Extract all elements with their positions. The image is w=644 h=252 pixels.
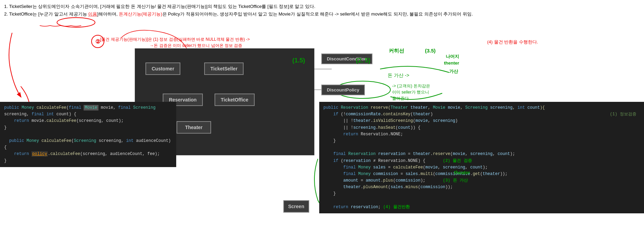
code-left-block: public Money calculateFee(final Movie mo… xyxy=(0,102,176,167)
code-left-line2: return movie.calculateFee(screening, cou… xyxy=(4,118,172,124)
svg-text:②: ② xyxy=(95,39,100,45)
hw-가산-label: 가산 xyxy=(449,68,458,75)
svg-point-1 xyxy=(92,35,104,48)
hw-나머지-label: 나머지 xyxy=(446,54,459,60)
code-right-line9: if (reservation ≠ Reservation.NONE) { (2… xyxy=(323,158,640,164)
code-right-line16: return reservation; (4) 물건반환 xyxy=(323,204,640,211)
annotation-line-1: 1. TicketSeller는 상위도메인이자 소속기관이며, [거래에 필요… xyxy=(4,3,640,10)
discountcondition-label: DiscountCondition xyxy=(327,56,367,61)
bracket-note: [물건 제공기능(판매기능)]은 (1) 정보 검증(실패하면 바로 NULL객… xyxy=(100,36,250,49)
ticketoffice-label: TicketOffice xyxy=(221,97,248,103)
code-right-line4: || !screening.hasSeat(count)) { xyxy=(323,125,640,131)
uml-screen-box: Screen xyxy=(283,200,309,213)
annotation-line-2: 2. TicketOffice는 [누군가 알고서 제공기능 이용]해야하며, … xyxy=(4,10,640,18)
top-annotations: 1. TicketSeller는 상위도메인이자 소속기관이며, [거래에 필요… xyxy=(0,0,644,21)
code-right-line13: theater.plusAmount(sales.minus(commissio… xyxy=(323,184,640,191)
code-right-line14: } xyxy=(323,191,640,197)
hw-돈가산-label: 돈 가산 -> xyxy=(388,72,409,79)
hw-thenter-label: thenter xyxy=(444,60,459,66)
theater-label: Theater xyxy=(185,125,203,130)
customer-label: Customer xyxy=(152,66,174,71)
hw-4물건반환-label: (4) 물건 반환을 수행한다. xyxy=(487,39,538,45)
code-left-line6: return policy.calculateFee(screening, au… xyxy=(4,151,172,157)
discountpolicy-label: DiscountPolicy xyxy=(327,87,359,93)
code-right-block: public Reservation reserve(Theater theat… xyxy=(319,102,644,213)
code-right-line10: final Money sales = calculateFee(movie, … xyxy=(323,164,640,171)
code-right-line11: final Money commission = sales.multi(com… xyxy=(323,171,640,177)
screen-label: Screen xyxy=(288,204,304,209)
uml-ticketseller-box: TicketSeller xyxy=(204,62,244,75)
code-right-line8: final Reservation reservation = theater.… xyxy=(323,151,640,157)
code-right-line1: public Reservation reserve(Theater theat… xyxy=(323,105,640,111)
code-left-line3: } xyxy=(4,125,172,131)
code-right-line12: amount = amount.plus(commission); (3) 돈 … xyxy=(323,177,640,184)
ticketseller-label: TicketSeller xyxy=(210,66,237,71)
code-left-line5: public Money calculateFee(Screening scre… xyxy=(4,138,172,151)
hw-3-5-label: (3.5) xyxy=(425,48,436,54)
code-left-line7: } xyxy=(4,158,172,164)
uml-theater-box: Theater xyxy=(177,121,211,134)
hw-dongcha-note: -> (고객의) 돈차감은 이미 seller가 했으니 올려준다. xyxy=(392,83,430,101)
code-left-line1: public Money calculateFee(final Movie mo… xyxy=(4,105,172,118)
uml-discountpolicy-box: DiscountPolicy xyxy=(321,85,365,95)
uml-ticketoffice-box: TicketOffice xyxy=(215,94,255,106)
hw-커히선-label: 커히선 xyxy=(389,48,404,54)
uml-discountcondition-box: DiscountCondition xyxy=(321,54,372,64)
code-right-line5: return Reservation.NONE; xyxy=(323,131,640,138)
code-right-line6: } xyxy=(323,138,640,144)
code-right-line2: if (!commissionRate.containsKey(theater)… xyxy=(323,111,640,118)
uml-customer-box: Customer xyxy=(145,62,180,75)
code-right-line3: || !theater.isValidScreening(movie, scre… xyxy=(323,118,640,124)
